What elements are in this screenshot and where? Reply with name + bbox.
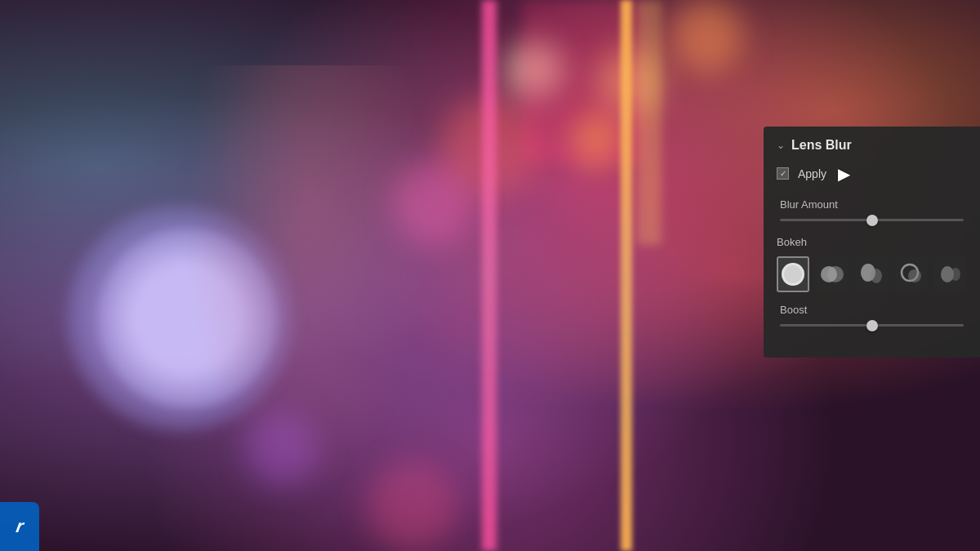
bokeh-circle-icon bbox=[778, 260, 808, 289]
blur-amount-track[interactable] bbox=[780, 219, 964, 221]
boost-label: Boost bbox=[780, 304, 964, 316]
svg-point-1 bbox=[784, 265, 802, 283]
watermark-text: r bbox=[14, 516, 24, 537]
bokeh-blade-icon bbox=[936, 260, 965, 289]
svg-point-7 bbox=[908, 269, 921, 282]
collapse-icon[interactable]: ⌄ bbox=[777, 140, 785, 151]
bokeh-blade-option[interactable] bbox=[934, 256, 967, 292]
bokeh-cat-eye-icon bbox=[858, 260, 887, 289]
bokeh-bubble-icon bbox=[817, 260, 847, 289]
svg-point-5 bbox=[871, 269, 882, 283]
boost-track[interactable] bbox=[780, 324, 964, 327]
bokeh-cat-eye-option[interactable] bbox=[855, 256, 888, 292]
bokeh-options-group bbox=[777, 256, 967, 292]
blur-amount-section: Blur Amount bbox=[777, 198, 967, 221]
blur-amount-label: Blur Amount bbox=[780, 198, 964, 211]
bokeh-swirl-icon bbox=[897, 260, 926, 289]
apply-row: ✓ Apply ▶ bbox=[777, 164, 967, 184]
apply-label: Apply bbox=[798, 167, 826, 180]
apply-checkbox[interactable]: ✓ bbox=[777, 167, 790, 180]
boost-thumb[interactable] bbox=[866, 320, 878, 331]
bokeh-bubble-option[interactable] bbox=[816, 256, 849, 292]
bokeh-label: Bokeh bbox=[777, 236, 967, 248]
bokeh-swirl-option[interactable] bbox=[895, 256, 928, 292]
checkmark-icon: ✓ bbox=[780, 170, 786, 178]
svg-point-3 bbox=[827, 266, 844, 282]
app-watermark: r bbox=[0, 502, 39, 551]
panel-title: Lens Blur bbox=[791, 138, 852, 153]
bokeh-circle-option[interactable] bbox=[777, 256, 809, 292]
bokeh-section: Bokeh bbox=[777, 236, 967, 292]
panel-header: ⌄ Lens Blur bbox=[777, 138, 967, 153]
boost-section: Boost bbox=[777, 304, 967, 327]
lens-blur-panel: ⌄ Lens Blur ✓ Apply ▶ Blur Amount Bokeh bbox=[764, 127, 980, 358]
svg-point-9 bbox=[951, 268, 960, 281]
cursor-icon: ▶ bbox=[838, 164, 850, 184]
blur-amount-thumb[interactable] bbox=[866, 215, 878, 226]
